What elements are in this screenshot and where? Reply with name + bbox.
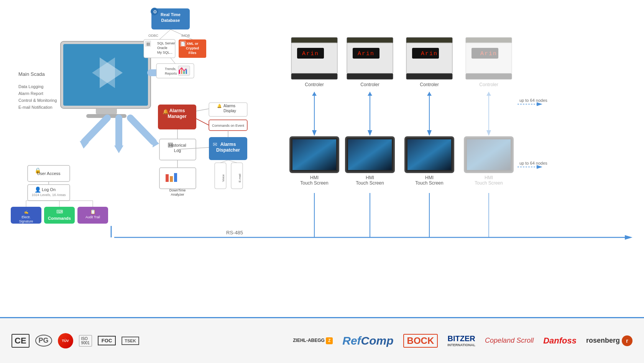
svg-text:Analyzer: Analyzer <box>171 193 184 196</box>
svg-rect-10 <box>96 108 117 114</box>
diagram-area: Main Scada Data Logging Alarm Report Con… <box>0 0 644 253</box>
svg-text:User Access: User Access <box>37 171 61 176</box>
svg-text:E-mail: E-mail <box>238 173 242 182</box>
svg-rect-149 <box>466 74 512 79</box>
pg-mark: PG <box>35 335 52 347</box>
svg-rect-73 <box>159 168 196 189</box>
svg-text:Oracle: Oracle <box>157 46 168 50</box>
svg-text:Log On: Log On <box>42 187 56 192</box>
svg-rect-167 <box>407 139 451 170</box>
svg-text:Files: Files <box>189 51 197 55</box>
svg-text:Alarm Report: Alarm Report <box>18 91 43 96</box>
svg-rect-125 <box>347 38 393 43</box>
svg-text:Controler: Controler <box>360 82 379 87</box>
svg-rect-171 <box>467 139 511 170</box>
svg-text:Touch Screen: Touch Screen <box>475 180 503 186</box>
main-content: Main Scada Data Logging Alarm Report Con… <box>0 0 644 253</box>
svg-text:IMDB: IMDB <box>181 34 190 38</box>
ce-mark: CE <box>12 334 30 348</box>
svg-text:Manager: Manager <box>168 114 187 119</box>
cert-logos: CE PG TÜV ISO9001 FOC TSEK <box>12 333 139 348</box>
svg-rect-163 <box>348 139 392 170</box>
copeland-logo: Copeland Scroll <box>485 337 534 345</box>
svg-text:✍: ✍ <box>24 210 29 214</box>
svg-text:Alarms: Alarms <box>169 108 185 113</box>
svg-text:SQL Server: SQL Server <box>157 41 175 45</box>
tsek-logo: TSEK <box>122 337 139 345</box>
svg-text:RS-485: RS-485 <box>226 230 243 235</box>
svg-rect-145 <box>466 38 512 43</box>
svg-text:Dispatcher: Dispatcher <box>216 147 240 153</box>
svg-text:Historical: Historical <box>169 143 186 147</box>
svg-text:DownTime: DownTime <box>169 188 186 192</box>
svg-text:📋: 📋 <box>90 209 96 214</box>
svg-text:Signature: Signature <box>19 219 33 223</box>
svg-text:✉: ✉ <box>213 141 217 147</box>
svg-text:▤: ▤ <box>146 42 150 46</box>
svg-text:Arin: Arin <box>358 51 375 57</box>
svg-rect-129 <box>347 74 393 79</box>
svg-text:📄: 📄 <box>181 41 186 46</box>
svg-text:Controler: Controler <box>479 82 498 87</box>
svg-rect-139 <box>406 74 452 79</box>
svg-text:Main Scada: Main Scada <box>18 71 45 77</box>
svg-text:Controler: Controler <box>305 82 324 87</box>
svg-text:Voice: Voice <box>222 174 225 182</box>
svg-text:up to 64 nodes: up to 64 nodes <box>519 161 547 165</box>
foc-logo: FOC <box>98 336 116 345</box>
svg-text:Display: Display <box>223 109 236 113</box>
svg-text:Touch Screen: Touch Screen <box>300 180 328 186</box>
svg-text:HMI: HMI <box>366 175 374 180</box>
svg-text:E-mail Notification: E-mail Notification <box>18 105 53 110</box>
svg-text:HMI: HMI <box>310 175 319 180</box>
svg-text:ODBC: ODBC <box>148 34 159 38</box>
svg-text:Trends,: Trends, <box>165 67 176 71</box>
svg-text:Reports: Reports <box>165 72 177 75</box>
svg-text:Commands on Event: Commands on Event <box>212 124 245 128</box>
svg-text:Touch Screen: Touch Screen <box>356 180 384 186</box>
svg-text:HMI: HMI <box>425 175 434 180</box>
svg-text:🔔: 🔔 <box>217 103 222 108</box>
svg-text:Commands: Commands <box>48 216 71 221</box>
footer-bar: CE PG TÜV ISO9001 FOC TSEK ZIEHL-ABEGG Z… <box>0 317 644 363</box>
svg-text:Audit Trail: Audit Trail <box>85 215 100 219</box>
rosenberg-logo: rosenberg r <box>586 335 632 346</box>
svg-text:XML or: XML or <box>187 42 199 46</box>
brand-logos: ZIEHL-ABEGG Z RefComp BOCK BITZERINTERNA… <box>139 334 632 348</box>
svg-text:Controler: Controler <box>420 82 439 87</box>
svg-text:Log: Log <box>174 148 181 153</box>
svg-text:Electr.: Electr. <box>21 215 31 219</box>
svg-rect-119 <box>291 74 337 79</box>
danfoss-logo: Danfoss <box>543 336 577 346</box>
svg-text:Alarms: Alarms <box>220 142 236 147</box>
tuv-logo: TÜV <box>58 333 73 348</box>
refcomp-logo: RefComp <box>342 334 393 347</box>
svg-text:Crypted: Crypted <box>186 46 199 50</box>
svg-rect-76 <box>174 173 177 182</box>
svg-rect-75 <box>170 176 173 182</box>
ziehl-logo: ZIEHL-ABEGG Z <box>293 337 333 344</box>
svg-text:up to 64 nodes: up to 64 nodes <box>519 98 547 103</box>
svg-text:Control & Monitoring: Control & Monitoring <box>18 98 57 103</box>
svg-text:Real Time: Real Time <box>161 12 181 17</box>
svg-text:1024 Levels, 16 Areas: 1024 Levels, 16 Areas <box>31 193 66 197</box>
svg-text:Arin: Arin <box>480 51 497 57</box>
svg-text:Arin: Arin <box>302 51 319 57</box>
iso-logo: ISO9001 <box>79 335 92 347</box>
svg-text:My SQL...: My SQL... <box>157 51 172 54</box>
svg-text:Database: Database <box>161 18 180 23</box>
svg-rect-135 <box>406 38 452 43</box>
svg-text:Arin: Arin <box>421 51 438 57</box>
bock-logo: BOCK <box>403 334 438 348</box>
svg-text:Alarms: Alarms <box>223 104 235 108</box>
svg-rect-115 <box>291 38 337 43</box>
svg-rect-74 <box>166 174 169 182</box>
svg-text:⌨: ⌨ <box>56 209 63 214</box>
svg-text:Touch Screen: Touch Screen <box>415 180 443 186</box>
svg-rect-159 <box>292 139 336 170</box>
svg-text:Data Logging: Data Logging <box>18 84 43 89</box>
svg-text:⚙: ⚙ <box>153 9 157 15</box>
svg-text:👤: 👤 <box>34 186 41 193</box>
svg-text:HMI: HMI <box>485 175 493 180</box>
bitzer-logo: BITZERINTERNATIONAL <box>447 334 475 347</box>
